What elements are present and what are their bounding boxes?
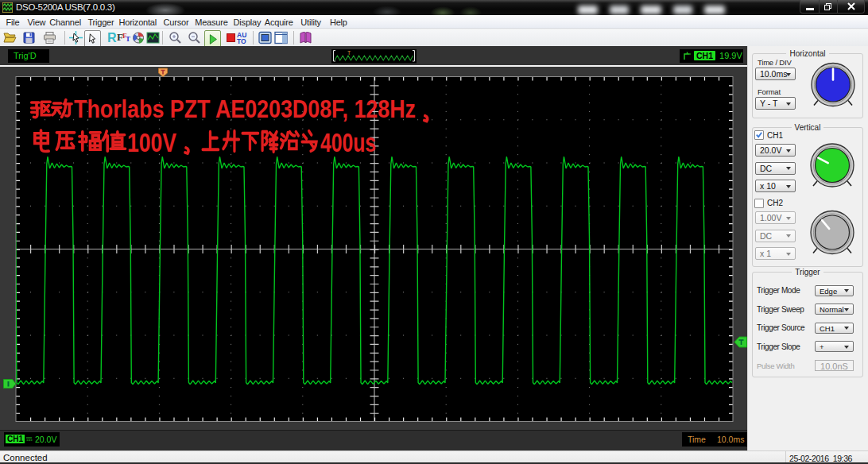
svg-text:TO: TO: [237, 37, 246, 45]
svg-text:T: T: [126, 35, 130, 43]
svg-text:Thorlabs PZT AE0203D08F, 128Hz: Thorlabs PZT AE0203D08F, 128Hz: [74, 95, 416, 123]
svg-text:400us: 400us: [320, 126, 376, 157]
svg-text:100V: 100V: [127, 126, 176, 157]
svg-text:T: T: [347, 50, 351, 56]
